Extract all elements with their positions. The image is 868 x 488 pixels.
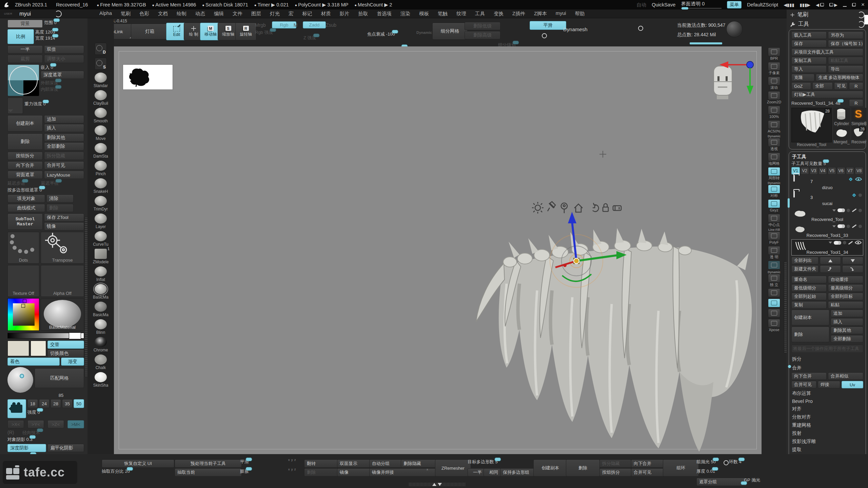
uv-button[interactable]: Uv: [842, 381, 863, 388]
brush-icon[interactable]: [852, 224, 856, 228]
right-shelf-item[interactable]: 子像素: [763, 62, 785, 75]
subtool-folder-sucai[interactable]: 3 sucai: [791, 191, 863, 206]
delete-other-subtool-button[interactable]: 删除其他: [831, 327, 863, 334]
make-polymesh-button[interactable]: 生成 多边形网格物体: [816, 74, 863, 81]
recover-thumbnail[interactable]: 28: [851, 126, 866, 140]
background-color-button[interactable]: 背景: [7, 20, 43, 28]
load-from-project-button[interactable]: 从项目文件载入工具: [791, 48, 863, 56]
right-shelf-item[interactable]: Xpose: [763, 319, 785, 332]
delete-all-subtool-button[interactable]: 全部删除: [831, 335, 863, 343]
menu-item[interactable]: 笔触: [438, 11, 448, 17]
save-numbered-button[interactable]: 保存（编号加 1）: [828, 40, 863, 47]
menu-item[interactable]: 图层: [251, 11, 261, 17]
lightbox-button[interactable]: 灯箱: [131, 24, 169, 39]
right-shelf-item[interactable]: [763, 288, 785, 297]
save-button[interactable]: 保存: [791, 40, 827, 47]
radial-slider[interactable]: 径向技术: [22, 430, 84, 435]
visibility-pill-icon[interactable]: [837, 224, 845, 228]
section-merge[interactable]: 合并: [791, 364, 863, 372]
document-canvas[interactable]: [114, 46, 762, 454]
section-label[interactable]: 重建网格: [791, 421, 863, 429]
section-label[interactable]: 布尔运算: [791, 389, 863, 398]
tool-r-button[interactable]: R: [849, 99, 863, 107]
height-slider[interactable]: 高度 1203: [35, 29, 84, 35]
slot-icon[interactable]: [847, 209, 850, 212]
rgb-intensity-slider[interactable]: Rgb 强度: [255, 29, 333, 35]
delete-lower-button[interactable]: 删除低级: [465, 22, 500, 30]
preprocess-current-button[interactable]: 预处理当前子工具: [175, 460, 242, 468]
double-sided-button[interactable]: 双面显示: [337, 460, 371, 468]
subtool-visible-count-slider[interactable]: 子工具可见数量 5: [791, 161, 863, 166]
menu-item[interactable]: 文档: [158, 11, 168, 17]
eye-off-icon[interactable]: [859, 225, 862, 228]
delete-subtool-button[interactable]: 删除: [791, 327, 829, 342]
group-loop-button[interactable]: 组环: [663, 460, 699, 476]
duplicate-button[interactable]: 创建副本: [7, 115, 43, 131]
goz-visible-button[interactable]: 可见: [834, 82, 848, 90]
all-to-target-button[interactable]: 全部到目标: [828, 293, 863, 300]
colorize-button[interactable]: 着色: [7, 358, 60, 366]
mirror-button[interactable]: 镜像: [337, 468, 371, 476]
visibility-pill-icon[interactable]: [834, 241, 841, 245]
merge-visible-button[interactable]: 合并可见: [44, 161, 84, 169]
right-shelf-item[interactable]: Dynamic 透视: [763, 135, 785, 151]
inner-depth-slider[interactable]: 内部深度: [41, 86, 84, 92]
tray-item[interactable]: Chalk: [89, 354, 113, 370]
right-shelf-item[interactable]: Line Fill PolyF: [763, 228, 785, 245]
tray-item[interactable]: Move: [89, 125, 113, 141]
alpha-slot-thumbnail[interactable]: Alpha Off: [41, 265, 84, 297]
subtool-item-recovered-tool1-33[interactable]: Recovered_Tool1_33: [791, 223, 863, 238]
group-polish-slider[interactable]: 组抛光 50: [696, 459, 722, 464]
slot-icon[interactable]: [843, 241, 846, 244]
tool-refresh-icon[interactable]: [858, 21, 865, 28]
menu-item[interactable]: Z插件: [512, 11, 525, 17]
apply-last-action-button[interactable]: 将最后一个操作应用于所有子工具: [791, 345, 863, 353]
flip-button[interactable]: 翻转: [304, 460, 338, 468]
alternate-button[interactable]: 交替: [47, 341, 84, 349]
move-down-button[interactable]: [842, 257, 863, 264]
restore-ui-button[interactable]: 恢复自定义 UI: [102, 460, 174, 468]
lazy-radius-slider[interactable]: 延迟半径: [41, 180, 84, 186]
menu-item[interactable]: 宏: [289, 11, 294, 17]
z-intensity-slider[interactable]: Z 强度: [303, 35, 370, 40]
tray-item[interactable]: Chrome: [89, 337, 113, 352]
flatten-shadow-button[interactable]: 扁平化阴影: [47, 444, 84, 452]
clear-button[interactable]: 清除: [46, 195, 74, 203]
merge-down-button[interactable]: 向下合并: [791, 372, 827, 380]
tray-item[interactable]: TrimDyr: [89, 196, 113, 211]
menu-item[interactable]: 动态: [195, 11, 205, 17]
dynamic-mode-label[interactable]: Dynamic: [416, 30, 432, 35]
dynamesh-label[interactable]: Dynamesh: [563, 26, 588, 32]
move-up-button[interactable]: [820, 257, 841, 264]
rename-button[interactable]: 重命名: [791, 276, 827, 283]
menu-item[interactable]: 模板: [419, 11, 429, 17]
menu-item[interactable]: 变换: [494, 11, 504, 17]
texture-slot-thumbnail[interactable]: Texture Off: [7, 265, 39, 297]
lowest-subdiv-button[interactable]: 最低级细分: [791, 284, 827, 292]
dock-right-icon[interactable]: ▶: [829, 2, 837, 7]
tray-item[interactable]: Inflat: [89, 266, 113, 282]
axis-constraint-button[interactable]: >X<: [7, 420, 24, 428]
target-polygons-slider[interactable]: 目标多边形数 5: [468, 459, 518, 464]
split-by-group-button[interactable]: 按组拆分: [599, 468, 631, 476]
curve-mode-button[interactable]: 曲线模式: [7, 204, 45, 212]
tray-item[interactable]: Standar: [89, 73, 113, 88]
right-shelf-item[interactable]: [763, 299, 785, 307]
tray-item[interactable]: DamSta: [89, 143, 113, 159]
right-shelf-item[interactable]: Gxyz: [763, 199, 785, 212]
divider-left-icon[interactable]: ◀▮▮▮: [784, 2, 794, 7]
section-label[interactable]: 分散对齐: [791, 413, 863, 421]
append-button[interactable]: 追加: [44, 115, 84, 123]
zsub-button[interactable]: Zsub: [326, 22, 336, 28]
right-shelf-item[interactable]: Dynamic 独 立: [763, 271, 785, 287]
restore-icon[interactable]: [852, 3, 856, 6]
subtool-item-recovered-tool[interactable]: Recovered_Tool: [791, 207, 863, 222]
tray-item[interactable]: ClayBuil: [89, 90, 113, 106]
delete-subtool-button[interactable]: 删除: [566, 460, 600, 476]
menu-item[interactable]: Alpha: [99, 11, 112, 17]
ratio-button[interactable]: 比例: [7, 29, 34, 44]
menu-toggle-button[interactable]: 菜单: [727, 1, 742, 8]
subtool-view-tab[interactable]: V8: [855, 167, 863, 175]
split-hidden-button[interactable]: 拆分隐藏: [44, 152, 84, 160]
reload-ui-icon[interactable]: [55, 11, 62, 17]
